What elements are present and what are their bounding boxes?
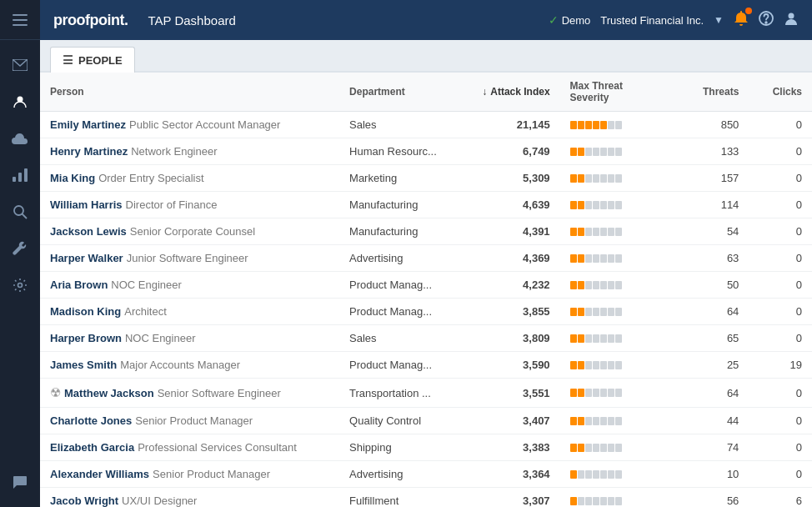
- bar-segment: [615, 389, 622, 397]
- col-department[interactable]: Department: [339, 73, 465, 112]
- person-name[interactable]: Matthew Jackson: [64, 387, 154, 399]
- person-title: Senior Product Manager: [135, 414, 253, 427]
- department-cell: Product Manag...: [339, 352, 465, 379]
- table-row[interactable]: Aria BrownNOC EngineerProduct Manag...4,…: [40, 272, 812, 299]
- sidebar: [0, 0, 40, 507]
- table-row[interactable]: William HarrisDirector of FinanceManufac…: [40, 192, 812, 218]
- bar-segment: [608, 174, 614, 183]
- svg-rect-0: [13, 14, 28, 16]
- attack-index-cell: 3,364: [465, 461, 559, 488]
- threats-cell: 50: [670, 272, 749, 299]
- table-row[interactable]: Harper BrownNOC EngineerSales3,809650: [40, 325, 812, 352]
- table-row[interactable]: Madison KingArchitectProduct Manag...3,8…: [40, 299, 812, 325]
- threat-severity-cell: [560, 112, 670, 138]
- person-name[interactable]: Harper Brown: [50, 332, 122, 344]
- threats-cell: 44: [670, 408, 749, 434]
- person-title: Order Entry Specialist: [98, 172, 203, 184]
- col-attack-index[interactable]: ↓Attack Index: [465, 73, 559, 112]
- cloud-icon[interactable]: [0, 120, 40, 157]
- col-person[interactable]: Person: [40, 73, 339, 112]
- demo-check-icon: ✓: [549, 13, 559, 27]
- threats-cell: 64: [670, 299, 749, 325]
- search-icon[interactable]: [0, 193, 40, 230]
- table-row[interactable]: Jackson LewisSenior Corporate CounselMan…: [40, 218, 812, 245]
- svg-point-10: [18, 284, 23, 288]
- clicks-cell: 0: [749, 272, 812, 299]
- person-title: Senior Software Engineer: [158, 387, 281, 399]
- person-name[interactable]: Alexander Williams: [50, 468, 149, 480]
- page-title: TAP Dashboard: [148, 13, 548, 28]
- table-row[interactable]: Alexander WilliamsSenior Product Manager…: [40, 461, 812, 488]
- person-name[interactable]: Jackson Lewis: [50, 225, 127, 238]
- table-header-row: Person Department ↓Attack Index Max Thre…: [40, 73, 812, 112]
- table-row[interactable]: Emily MartinezPublic Sector Account Mana…: [40, 112, 812, 138]
- threats-cell: 54: [670, 218, 749, 245]
- notification-button[interactable]: [734, 11, 749, 29]
- person-name[interactable]: Madison King: [50, 305, 121, 318]
- threats-cell: 74: [670, 434, 749, 461]
- bar-segment: [578, 470, 584, 479]
- tools-icon[interactable]: [0, 230, 40, 267]
- attack-index-cell: 4,391: [465, 218, 559, 245]
- bar-segment: [615, 121, 622, 129]
- person-name[interactable]: Henry Martinez: [50, 145, 128, 158]
- department-cell: Quality Control: [339, 408, 465, 434]
- attack-index-cell: 3,855: [465, 299, 559, 325]
- bar-segment: [585, 389, 592, 397]
- person-title: Director of Finance: [126, 198, 218, 211]
- clicks-cell: 0: [749, 461, 812, 488]
- person-name[interactable]: Jacob Wright: [50, 494, 118, 507]
- settings-icon[interactable]: [0, 267, 40, 304]
- table-row[interactable]: James SmithMajor Accounts ManagerProduct…: [40, 352, 812, 379]
- person-name[interactable]: Emily Martinez: [50, 118, 126, 131]
- table-row[interactable]: Henry MartinezNetwork EngineerHuman Reso…: [40, 138, 812, 165]
- menu-icon[interactable]: [0, 2, 40, 38]
- person-name[interactable]: Charlotte Jones: [50, 414, 132, 427]
- person-name[interactable]: William Harris: [50, 198, 123, 211]
- table-row[interactable]: Jacob WrightUX/UI DesignerFulfillment3,3…: [40, 488, 812, 508]
- org-chevron-icon[interactable]: ▼: [714, 14, 724, 26]
- person-name[interactable]: Elizabeth Garcia: [50, 441, 134, 454]
- chart-icon[interactable]: [0, 157, 40, 193]
- table-row[interactable]: Harper WalkerJunior Software EngineerAdv…: [40, 245, 812, 272]
- clicks-cell: 0: [749, 325, 812, 352]
- department-cell: Manufacturing: [339, 218, 465, 245]
- people-table-container[interactable]: Person Department ↓Attack Index Max Thre…: [40, 73, 812, 507]
- person-name[interactable]: James Smith: [50, 359, 117, 371]
- bar-segment: [585, 254, 592, 263]
- attack-index-cell: 3,809: [465, 325, 559, 352]
- bar-segment: [593, 389, 599, 397]
- person-cell: Henry MartinezNetwork Engineer: [40, 138, 339, 165]
- threat-severity-cell: [560, 325, 670, 352]
- person-name[interactable]: Mia King: [50, 172, 95, 184]
- bar-segment: [593, 201, 599, 209]
- org-name[interactable]: Trusted Financial Inc.: [600, 14, 704, 27]
- threat-severity-cell: [560, 272, 670, 299]
- svg-rect-7: [24, 168, 28, 182]
- user-button[interactable]: [784, 11, 799, 29]
- threat-severity-cell: [560, 192, 670, 218]
- person-name[interactable]: Harper Walker: [50, 252, 123, 264]
- col-threats[interactable]: Threats: [670, 73, 749, 112]
- bar-segment: [593, 121, 599, 129]
- threats-cell: 114: [670, 192, 749, 218]
- bar-segment: [600, 497, 607, 505]
- bar-segment: [593, 470, 599, 479]
- table-row[interactable]: ☢Matthew JacksonSenior Software Engineer…: [40, 379, 812, 408]
- bar-segment: [570, 444, 577, 452]
- col-max-threat[interactable]: Max ThreatSeverity: [560, 73, 670, 112]
- person-name[interactable]: Aria Brown: [50, 279, 108, 291]
- logo: proofpoint.: [53, 12, 128, 29]
- threats-cell: 63: [670, 245, 749, 272]
- email-icon[interactable]: [0, 47, 40, 83]
- people-icon[interactable]: [0, 83, 40, 120]
- bar-segment: [593, 361, 599, 369]
- chat-icon[interactable]: [0, 464, 40, 500]
- table-row[interactable]: Charlotte JonesSenior Product ManagerQua…: [40, 408, 812, 434]
- table-row[interactable]: Mia KingOrder Entry SpecialistMarketing5…: [40, 165, 812, 192]
- tab-people[interactable]: ☰ PEOPLE: [50, 47, 135, 73]
- attack-index-cell: 6,749: [465, 138, 559, 165]
- table-row[interactable]: Elizabeth GarciaProfessional Services Co…: [40, 434, 812, 461]
- help-button[interactable]: [759, 11, 774, 29]
- col-clicks[interactable]: Clicks: [749, 73, 812, 112]
